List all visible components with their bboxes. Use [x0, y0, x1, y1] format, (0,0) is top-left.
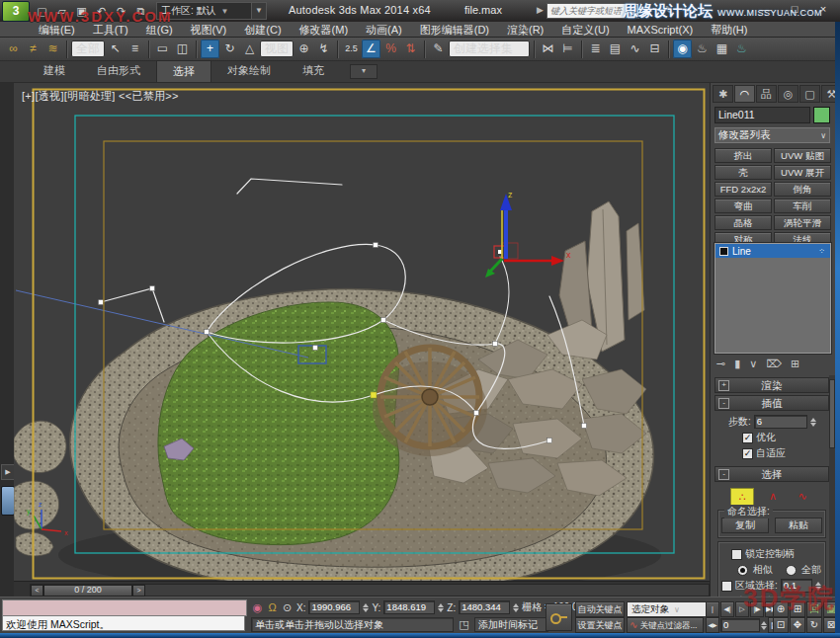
render-setup-icon[interactable]: ♨: [693, 40, 712, 58]
ribbon-tab-freeform[interactable]: 自由形式: [81, 60, 156, 82]
abs-offset-mode-icon[interactable]: ⊙: [281, 601, 294, 614]
window-crossing-icon[interactable]: ◫: [173, 40, 192, 58]
menu-item-0[interactable]: 编辑(E): [30, 22, 84, 38]
modifier-button-5[interactable]: 倒角: [774, 182, 831, 197]
ribbon-minimize-button[interactable]: ▾: [350, 64, 378, 79]
menu-item-11[interactable]: 帮助(H): [702, 22, 756, 38]
align-icon[interactable]: ⊨: [558, 40, 577, 58]
play-button[interactable]: ▷: [735, 601, 749, 617]
display-tab[interactable]: ▢: [799, 85, 820, 103]
render-production-icon[interactable]: ♨: [732, 40, 751, 58]
time-next-button[interactable]: >: [132, 585, 145, 597]
modifier-button-6[interactable]: 弯曲: [714, 199, 772, 213]
select-by-name-icon[interactable]: ≡: [126, 40, 144, 58]
save-file-icon[interactable]: ▣: [73, 3, 90, 20]
go-to-start-button[interactable]: |◀◀: [706, 601, 719, 617]
create-tab[interactable]: ✱: [713, 85, 733, 103]
app-menu-button[interactable]: 3: [2, 1, 30, 22]
alike-radio[interactable]: [737, 565, 748, 576]
edit-named-selections-icon[interactable]: ✎: [429, 40, 448, 58]
viewport-scene[interactable]: z x zyx: [14, 83, 710, 581]
vertex-subobject-icon[interactable]: ∴: [730, 488, 754, 506]
auto-key-button[interactable]: 自动关键点: [575, 601, 625, 617]
graphite-ribbon-icon[interactable]: ▤: [606, 40, 625, 58]
named-selection-combo[interactable]: 创建选择集: [449, 40, 530, 57]
set-key-button[interactable]: 设置关键点: [575, 617, 625, 633]
rect-selection-region-icon[interactable]: ▭: [153, 40, 172, 58]
redo-icon[interactable]: ↷: [113, 3, 129, 20]
steps-spinner[interactable]: [810, 418, 816, 427]
snap-toggle-25-icon[interactable]: 2.5: [342, 40, 361, 58]
modifier-button-7[interactable]: 车削: [774, 199, 831, 213]
menu-item-2[interactable]: 组(G): [137, 22, 182, 38]
y-spinner[interactable]: [438, 603, 444, 612]
selection-lock-icon[interactable]: Ω: [266, 601, 279, 614]
ribbon-tab-modeling[interactable]: 建模: [28, 60, 81, 82]
make-unique-icon[interactable]: ∨: [749, 358, 757, 370]
infocenter-pen-icon[interactable]: ✎: [661, 2, 676, 19]
spline-subobject-icon[interactable]: ∿: [792, 488, 813, 504]
search-expand-icon[interactable]: ▶: [537, 5, 544, 15]
zoom-region-icon[interactable]: ⊡: [773, 617, 789, 633]
use-pivot-center-icon[interactable]: ⊕: [294, 40, 313, 58]
area-selection-field[interactable]: 0.1: [781, 579, 812, 593]
remove-modifier-icon[interactable]: ⌦: [766, 358, 782, 370]
menu-item-3[interactable]: 视图(V): [182, 22, 236, 38]
pan-icon[interactable]: ✥: [790, 617, 805, 633]
curve-editor-icon[interactable]: ∿: [626, 40, 644, 58]
modifier-button-1[interactable]: UVW 贴图: [774, 148, 831, 163]
x-spinner[interactable]: [363, 603, 369, 612]
rollout-rendering-header[interactable]: + 渲染: [714, 377, 829, 393]
steps-field[interactable]: 6: [754, 415, 807, 429]
maxscript-listener[interactable]: 欢迎使用 MAXScript。: [2, 615, 245, 631]
layout-tab-chip[interactable]: [1, 486, 15, 516]
lock-handles-checkbox[interactable]: [731, 549, 742, 560]
show-end-result-icon[interactable]: ▮: [734, 358, 740, 370]
search-binoculars-icon[interactable]: ⌕: [640, 2, 655, 19]
modifier-button-9[interactable]: 涡轮平滑: [774, 215, 831, 230]
orbit-icon[interactable]: ↻: [806, 617, 822, 633]
select-object-icon[interactable]: ↖: [106, 40, 125, 58]
time-tag-cube-icon[interactable]: ◳: [458, 618, 470, 631]
optimize-checkbox[interactable]: ✓: [742, 433, 753, 443]
previous-frame-button[interactable]: ◀|: [720, 601, 734, 617]
select-and-manipulate-icon[interactable]: ↯: [314, 40, 333, 58]
close-button[interactable]: ×: [816, 0, 830, 18]
z-coordinate-field[interactable]: 1480.344: [459, 600, 510, 614]
set-keys-button[interactable]: [546, 603, 572, 631]
spinner-snap-icon[interactable]: ⇅: [401, 40, 420, 58]
percent-snap-icon[interactable]: %: [381, 40, 400, 58]
zoom-all-icon[interactable]: ⊞: [790, 601, 805, 617]
area-selection-checkbox[interactable]: [721, 581, 732, 592]
time-slider-button[interactable]: 0 / 200: [43, 585, 132, 597]
hierarchy-tab[interactable]: 品: [756, 85, 777, 103]
key-mode-toggle[interactable]: ◀▶: [706, 617, 719, 633]
angle-snap-icon[interactable]: ∠: [362, 40, 380, 58]
layout-tab-arrow-icon[interactable]: ▶: [1, 464, 15, 480]
schematic-view-icon[interactable]: ⊟: [645, 40, 664, 58]
frame-spinner[interactable]: [761, 621, 767, 630]
modifier-button-4[interactable]: FFD 2x2x2: [714, 182, 772, 197]
rendered-frame-icon[interactable]: ▦: [713, 40, 731, 58]
menu-item-5[interactable]: 修改器(M): [291, 22, 358, 38]
modifier-button-3[interactable]: UVW 展开: [774, 165, 831, 180]
unlink-selection-icon[interactable]: ≠: [24, 40, 42, 58]
motion-tab[interactable]: ◎: [778, 85, 798, 103]
stack-item-line[interactable]: Line ⁘: [715, 244, 830, 258]
next-frame-button[interactable]: |▶: [750, 601, 764, 617]
configure-modifier-sets-icon[interactable]: ⊞: [791, 358, 799, 370]
copy-button[interactable]: 复制: [721, 518, 769, 533]
isolate-selection-icon[interactable]: ◉: [251, 601, 264, 614]
reference-coord-combo[interactable]: 视图: [260, 40, 294, 57]
z-spinner[interactable]: [513, 603, 519, 612]
current-frame-field[interactable]: 0: [720, 618, 760, 632]
key-filters-button[interactable]: ∿ 关键点过滤器...: [627, 617, 704, 633]
zoom-extents-icon[interactable]: 回: [806, 601, 822, 617]
menu-item-10[interactable]: MAXScript(X): [619, 22, 703, 38]
rollout-selection-header[interactable]: - 选择: [714, 466, 829, 482]
object-color-swatch[interactable]: [813, 107, 830, 123]
area-spinner[interactable]: [815, 582, 821, 591]
select-and-link-icon[interactable]: ∞: [4, 40, 23, 58]
paste-button[interactable]: 粘贴: [775, 518, 822, 533]
bind-to-spacewarp-icon[interactable]: ≋: [43, 40, 62, 58]
